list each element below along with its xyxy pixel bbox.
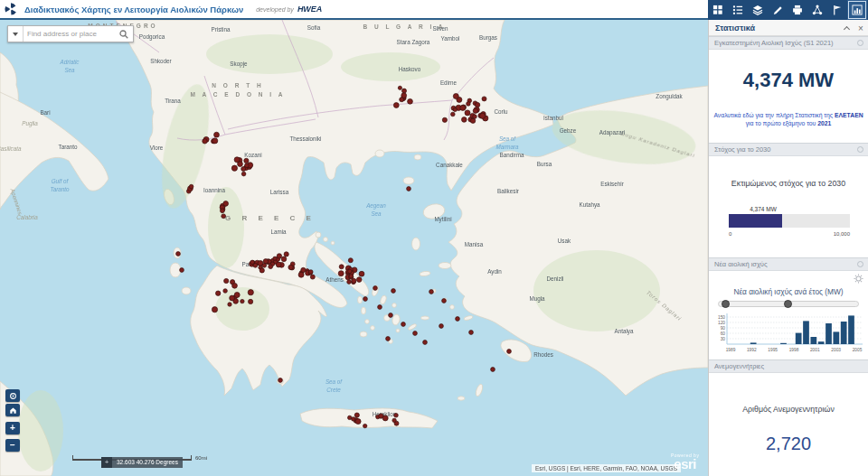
turbine-count-title: Αριθμός Ανεμογεννητριών: [709, 405, 868, 414]
svg-text:Bari: Bari: [40, 109, 50, 116]
svg-text:Calabria: Calabria: [16, 214, 38, 220]
svg-text:Athens: Athens: [326, 276, 344, 283]
svg-text:Mugla: Mugla: [529, 295, 545, 303]
svg-text:G R E E C E: G R E E C E: [225, 214, 316, 222]
svg-text:Balikesir: Balikesir: [497, 188, 519, 194]
svg-text:Taranto: Taranto: [50, 186, 70, 192]
section-header-turbines[interactable]: Ανεμογεννήτριες: [709, 359, 868, 373]
section-indicator-icon: [857, 40, 863, 46]
bookmark-button[interactable]: [827, 0, 847, 20]
svg-text:Edirne: Edirne: [440, 79, 458, 86]
home-icon: [9, 406, 17, 415]
svg-text:Pristina: Pristina: [212, 26, 231, 33]
svg-text:Mytilini: Mytilini: [434, 216, 451, 223]
zoom-in-button[interactable]: +: [5, 422, 20, 434]
share-button[interactable]: [807, 0, 827, 20]
search-box: [7, 25, 134, 42]
svg-text:Zonguldak: Zonguldak: [656, 93, 683, 100]
section-header-2030-target[interactable]: Στόχος για το 2030: [709, 143, 868, 156]
close-panel-button[interactable]: ×: [854, 21, 868, 35]
search-button[interactable]: [115, 26, 133, 42]
section-header-installed-capacity[interactable]: Εγκατεστημένη Αιολική Ισχύς (S1 2021): [709, 36, 868, 50]
layers-button[interactable]: [748, 0, 768, 20]
slider-handle-left[interactable]: [722, 300, 730, 308]
section-header-label: Στόχος για το 2030: [714, 145, 770, 154]
svg-text:Denizli: Denizli: [547, 275, 564, 282]
locate-button[interactable]: [5, 389, 20, 402]
svg-text:Shkoder: Shkoder: [150, 58, 171, 64]
svg-text:Haskovo: Haskovo: [399, 66, 421, 72]
svg-text:Skopje: Skopje: [230, 61, 248, 68]
print-button[interactable]: [788, 0, 807, 20]
svg-text:1989: 1989: [726, 348, 736, 352]
close-icon: ×: [858, 23, 863, 33]
svg-text:Istanbul: Istanbul: [543, 115, 563, 121]
app-window: Διαδικτυακός Χάρτης εν Λειτουργία Αιολικ…: [0, 0, 868, 476]
map-attribution: Esri, USGS | Esri, HERE, Garmin, FAO, NO…: [532, 464, 681, 472]
section-header-new-capacity[interactable]: Νέα αιολική ισχύς: [709, 257, 868, 271]
svg-text:Bursa: Bursa: [537, 161, 552, 167]
svg-text:Sea: Sea: [371, 210, 382, 217]
flag-icon: [832, 5, 843, 15]
statistics-widget-button[interactable]: [847, 0, 867, 20]
svg-text:Larissa: Larissa: [270, 189, 289, 195]
svg-text:Bandirma: Bandirma: [500, 152, 524, 158]
search-input[interactable]: [24, 26, 115, 42]
esri-wordmark: esri: [671, 458, 699, 471]
zoom-out-button[interactable]: −: [5, 439, 20, 452]
home-button[interactable]: [5, 404, 20, 416]
svg-text:Burgas: Burgas: [479, 34, 497, 42]
panel-header: Στατιστικά ×: [709, 20, 868, 36]
year-range-slider[interactable]: [718, 301, 859, 307]
chevron-down-icon: [13, 33, 18, 36]
chart-title: Νέα αιολική ισχύς ανά έτος (MW): [709, 287, 868, 296]
statistics-panel: Στατιστικά × Εγκατεστημένη Αιολική Ισχύς…: [708, 20, 868, 476]
svg-text:60: 60: [721, 331, 726, 336]
svg-text:Corlu: Corlu: [494, 108, 508, 115]
hwea-logo-icon: [4, 2, 18, 16]
svg-text:2005: 2005: [853, 348, 863, 352]
svg-text:Sliven: Sliven: [432, 25, 448, 32]
eletaen-link[interactable]: Αναλυτικά εδώ για την πλήρη Στατιστική τ…: [709, 112, 868, 127]
legend-button[interactable]: [728, 0, 748, 20]
map-canvas[interactable]: B U L G A R I AMONTENEGRON O R T HM A C …: [0, 20, 708, 476]
svg-text:Podgorica: Podgorica: [139, 33, 165, 41]
capacity-bar-chart: 3060901201501989199219951998200120032005: [714, 311, 865, 354]
svg-text:Thessaloniki: Thessaloniki: [290, 135, 322, 142]
basemap-gallery-button[interactable]: [708, 0, 728, 20]
link-text-bold: 2021: [817, 120, 831, 126]
coordinates-widget: + 32.603 40.276 Degrees: [101, 457, 183, 468]
esri-logo: Powered by esri: [671, 453, 699, 471]
svg-text:Rhodes: Rhodes: [533, 351, 553, 358]
toolbar: [708, 0, 868, 20]
gear-icon[interactable]: [854, 274, 863, 284]
svg-text:1998: 1998: [789, 348, 799, 352]
basemap-gallery-icon: [712, 5, 723, 15]
hwea-link[interactable]: HWEA: [297, 5, 323, 14]
legend-icon: [732, 5, 743, 15]
svg-text:1992: 1992: [747, 348, 757, 352]
search-dropdown-button[interactable]: [8, 26, 24, 42]
slider-handle-right[interactable]: [784, 300, 792, 308]
svg-text:Aegean: Aegean: [365, 202, 386, 210]
link-text: Αναλυτικά εδώ για την πλήρη Στατιστική τ…: [713, 112, 835, 118]
svg-text:Crete: Crete: [326, 387, 341, 393]
svg-text:Gebze: Gebze: [560, 127, 577, 134]
svg-text:120: 120: [718, 321, 725, 325]
svg-text:M A C E D O N I A: M A C E D O N I A: [191, 91, 286, 98]
crosshair-icon[interactable]: +: [101, 457, 112, 468]
svg-text:Usak: Usak: [558, 238, 571, 244]
link-text: για το πρώτο εξάμηνο του: [746, 120, 818, 126]
svg-text:Eskisehir: Eskisehir: [600, 181, 624, 187]
svg-text:Lamia: Lamia: [270, 229, 287, 235]
goal-progress-bar: [729, 214, 850, 228]
svg-text:Sea of: Sea of: [326, 378, 343, 385]
svg-text:Kozani: Kozani: [244, 152, 261, 158]
svg-text:90: 90: [721, 326, 726, 331]
page-title: Διαδικτυακός Χάρτης εν Λειτουργία Αιολικ…: [24, 5, 243, 14]
pencil-icon: [772, 5, 783, 15]
draw-button[interactable]: [768, 0, 788, 20]
locate-icon: [9, 392, 17, 400]
collapse-panel-button[interactable]: [839, 21, 854, 35]
header: Διαδικτυακός Χάρτης εν Λειτουργία Αιολικ…: [0, 0, 708, 20]
